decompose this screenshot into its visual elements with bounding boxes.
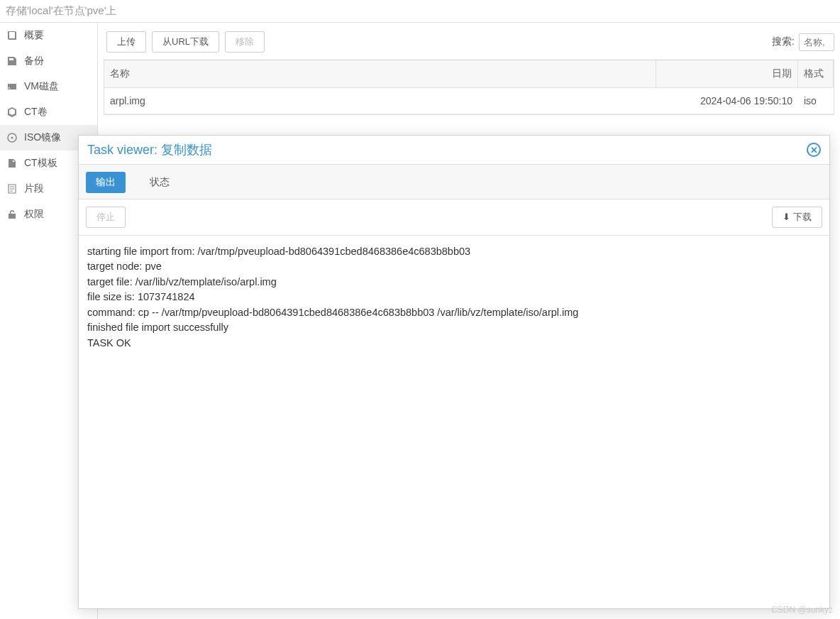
sidebar-item-label: VM磁盘 [24, 80, 59, 93]
col-header-date[interactable]: 日期 [656, 60, 798, 87]
download-url-button[interactable]: 从URL下载 [152, 31, 219, 53]
download-button[interactable]: ⬇下载 [772, 207, 822, 228]
table: 名称 日期 格式 arpl.img 2024-04-06 19:50:10 is… [104, 60, 834, 115]
cell-format: iso [798, 88, 834, 114]
tab-status[interactable]: 状态 [140, 172, 179, 193]
tab-output[interactable]: 输出 [86, 172, 126, 193]
svg-point-1 [11, 137, 13, 139]
sidebar-item-label: 片段 [24, 182, 44, 195]
file-icon [6, 157, 18, 170]
upload-button[interactable]: 上传 [106, 31, 146, 53]
code-icon [6, 182, 18, 195]
task-viewer-dialog: Task viewer: 复制数据 ✕ 输出 状态 停止 ⬇下载 startin… [78, 135, 830, 609]
sidebar-item-label: 权限 [24, 208, 44, 221]
breadcrumb: 存储'local'在节点'pve'上 [0, 0, 840, 23]
cell-date: 2024-04-06 19:50:10 [656, 88, 798, 114]
disc-icon [6, 131, 18, 144]
toolbar: 上传 从URL下载 移除 搜索: [104, 28, 834, 60]
dialog-toolbar: 停止 ⬇下载 [79, 199, 829, 236]
cell-name: arpl.img [104, 88, 656, 114]
sidebar-item-label: CT卷 [24, 106, 48, 119]
hdd-icon [6, 80, 18, 93]
download-icon: ⬇ [783, 212, 790, 222]
table-row[interactable]: arpl.img 2024-04-06 19:50:10 iso [104, 88, 834, 114]
dialog-header: Task viewer: 复制数据 ✕ [79, 136, 829, 165]
search-area: 搜索: [772, 33, 834, 51]
table-header: 名称 日期 格式 [104, 60, 834, 88]
sidebar-item-ctvol[interactable]: CT卷 [0, 99, 97, 125]
remove-button[interactable]: 移除 [225, 31, 265, 53]
dialog-tabs: 输出 状态 [79, 165, 829, 199]
stop-button[interactable]: 停止 [86, 207, 126, 228]
close-icon[interactable]: ✕ [807, 143, 821, 157]
sidebar-item-backup[interactable]: 备份 [0, 48, 97, 74]
sidebar-item-label: CT模板 [24, 157, 57, 170]
sidebar-item-vmdisk[interactable]: VM磁盘 [0, 74, 97, 99]
book-icon [6, 29, 18, 42]
sidebar-item-label: 概要 [24, 29, 44, 42]
col-header-name[interactable]: 名称 [104, 60, 656, 87]
search-label: 搜索: [772, 35, 795, 48]
search-input[interactable] [799, 33, 834, 51]
task-log: starting file import from: /var/tmp/pveu… [79, 236, 829, 608]
cube-icon [6, 106, 18, 119]
sidebar-item-label: 备份 [24, 55, 44, 67]
unlock-icon [6, 208, 18, 221]
sidebar-item-label: ISO镜像 [24, 131, 61, 144]
dialog-title: Task viewer: 复制数据 [87, 141, 212, 158]
sidebar-item-summary[interactable]: 概要 [0, 23, 97, 48]
download-label: 下载 [793, 212, 812, 222]
save-icon [6, 55, 18, 67]
col-header-format[interactable]: 格式 [798, 60, 834, 87]
